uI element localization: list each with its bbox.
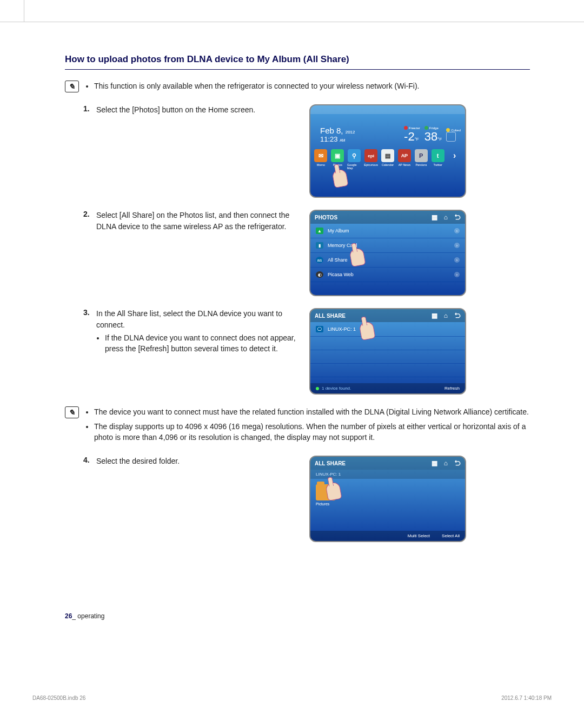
breadcrumb: LINUX-PC: 1 — [310, 470, 465, 479]
multi-select-button[interactable]: Multi Select — [408, 533, 430, 538]
back-icon[interactable]: ⮌ — [454, 213, 461, 221]
list-item-allshare[interactable]: asAll Share› — [310, 253, 465, 268]
select-all-button[interactable]: Select All — [442, 533, 460, 538]
print-footer: DA68-02500B.indb 26 2012.6.7 1:40:18 PM — [32, 695, 552, 701]
panel-title: ALL SHARE — [315, 460, 346, 466]
note-text: This function is only available when the… — [94, 81, 530, 91]
note-text: The display supports up to 4096 x 4096 (… — [94, 421, 530, 443]
step-number: 2. — [83, 210, 96, 232]
grid-icon[interactable]: ▦ — [432, 459, 437, 467]
allshare-folder-screen: ALL SHARE ▦ ⌂ ⮌ LINUX-PC: 1 Pictures Mul… — [309, 456, 466, 542]
step-number: 4. — [83, 456, 96, 466]
step-text: Select [All Share] on the Photos list, a… — [96, 210, 303, 232]
note-icon: ✎ — [65, 406, 79, 418]
device-count-status: 1 device found. — [316, 386, 351, 391]
photos-list-screen: PHOTOS ▦ ⌂ ⮌ ▲My Album› ▮Memory Card› as… — [309, 210, 466, 296]
list-item-device[interactable]: 🖵LINUX-PC: 1 — [310, 322, 465, 337]
step-text: Select the [Photos] button on the Home s… — [96, 104, 303, 115]
refresh-button[interactable]: Refresh — [444, 386, 460, 391]
allshare-device-screen: ALL SHARE ▦ ⌂ ⮌ 🖵LINUX-PC: 1 1 device fo… — [309, 308, 466, 395]
home-screen: Feb 8, 2012 11:23 AM Freezer -2°F Fridge… — [309, 104, 466, 198]
page-footer: 26_ operating — [65, 612, 104, 620]
dock-calendar[interactable]: ▤Calendar — [381, 149, 395, 170]
home-icon[interactable]: ⌂ — [444, 312, 448, 319]
dock-more[interactable]: › — [447, 149, 462, 170]
grid-icon[interactable]: ▦ — [432, 213, 437, 221]
home-icon[interactable]: ⌂ — [444, 213, 448, 221]
dock-map[interactable]: ⚲Google Map — [347, 149, 362, 170]
panel-title: PHOTOS — [315, 215, 337, 221]
dock-apnews[interactable]: APAP News — [397, 149, 412, 170]
home-icon[interactable]: ⌂ — [444, 459, 448, 467]
note-icon: ✎ — [65, 81, 79, 92]
section-heading: How to upload photos from DLNA device to… — [65, 54, 530, 70]
step-text: Select the desired folder. — [96, 456, 303, 466]
back-icon[interactable]: ⮌ — [454, 459, 461, 467]
list-item-memorycard[interactable]: ▮Memory Card› — [310, 238, 465, 253]
grid-icon[interactable]: ▦ — [432, 312, 437, 319]
list-item-myalbum[interactable]: ▲My Album› — [310, 224, 465, 238]
dock-twitter[interactable]: tTwitter — [430, 149, 445, 170]
step-sub-text: If the DLNA device you want to connect d… — [105, 332, 303, 355]
app-dock: ✉Memo ▣Photos ⚲Google Map epiEpicurious … — [310, 147, 465, 174]
back-icon[interactable]: ⮌ — [454, 312, 461, 319]
panel-title: ALL SHARE — [315, 313, 346, 319]
date-time-widget: Feb 8, 2012 11:23 AM — [320, 126, 404, 144]
dock-memo[interactable]: ✉Memo — [314, 149, 328, 170]
step-number: 3. — [83, 308, 96, 357]
step-text: In the All Share list, select the DLNA d… — [96, 308, 303, 330]
step-number: 1. — [83, 104, 96, 115]
dock-epicurious[interactable]: epiEpicurious — [364, 149, 379, 170]
list-item-picasa[interactable]: ◐Picasa Web› — [310, 268, 465, 282]
dock-pandora[interactable]: PPandora — [414, 149, 428, 170]
note-text: The device you want to connect must have… — [94, 406, 530, 417]
